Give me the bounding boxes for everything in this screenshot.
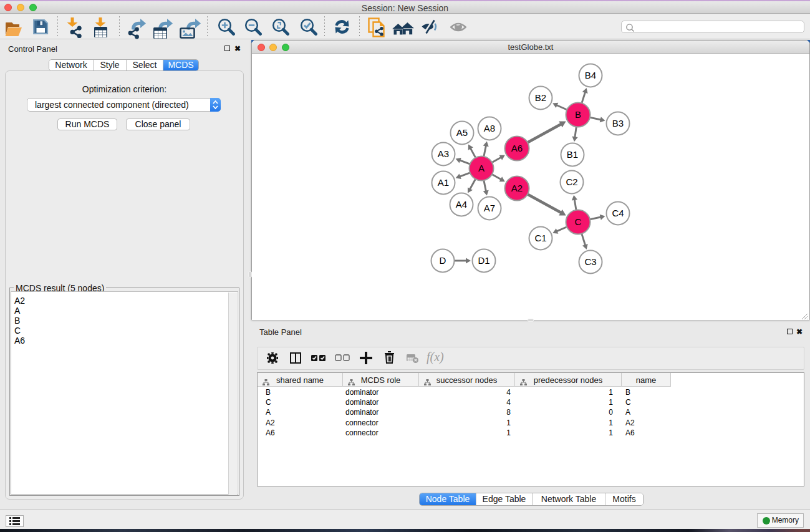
svg-text:D: D: [440, 255, 446, 266]
svg-text:A3: A3: [438, 148, 449, 159]
svg-text:C: C: [575, 216, 582, 227]
svg-text:A1: A1: [438, 177, 449, 188]
svg-text:A8: A8: [484, 123, 495, 133]
svg-text:A4: A4: [456, 199, 467, 210]
svg-text:A7: A7: [484, 203, 495, 213]
svg-text:B3: B3: [612, 118, 624, 128]
svg-text:B2: B2: [535, 92, 546, 103]
svg-text:C3: C3: [584, 256, 596, 267]
svg-text:B1: B1: [567, 149, 578, 160]
svg-text:B4: B4: [585, 70, 596, 80]
svg-text:C2: C2: [566, 177, 577, 187]
svg-text:C4: C4: [612, 208, 624, 218]
svg-text:A5: A5: [456, 127, 468, 138]
svg-text:A2: A2: [511, 183, 523, 193]
svg-text:B: B: [575, 109, 581, 120]
svg-text:C1: C1: [534, 233, 546, 243]
svg-text:A6: A6: [511, 143, 523, 153]
svg-text:A: A: [478, 163, 485, 173]
svg-text:f(x): f(x): [427, 351, 444, 364]
svg-text:D1: D1: [478, 255, 489, 266]
